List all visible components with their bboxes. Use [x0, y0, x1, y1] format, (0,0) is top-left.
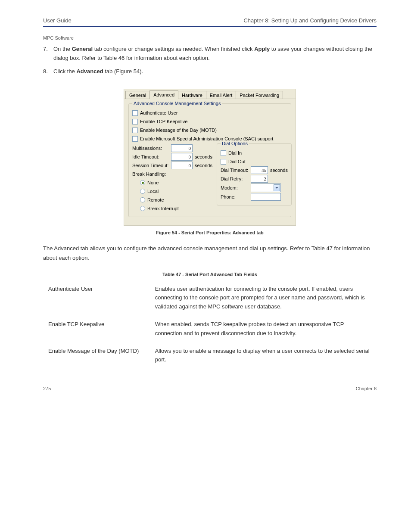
- dial-options-legend: Dial Options: [221, 141, 249, 146]
- dial-out-label: Dial Out: [228, 159, 246, 164]
- phone-row: Phone:: [221, 193, 288, 201]
- dial-in-checkbox[interactable]: [221, 150, 226, 156]
- motd-label: Enable Message of the Day (MOTD): [140, 128, 217, 133]
- step-8: 8. Click the Advanced tab (Figure 54).: [43, 67, 377, 76]
- header-right: Chapter 8: Setting Up and Configuring De…: [243, 17, 377, 24]
- group-legend: Advanced Console Management Settings: [132, 101, 222, 106]
- tabbar: General Advanced Hardware Email Alert Pa…: [124, 89, 296, 99]
- table-title: Table 47 - Serial Port Advanced Tab Fiel…: [43, 272, 377, 277]
- authenticate-user-checkbox[interactable]: [132, 110, 138, 116]
- dial-timeout-input[interactable]: [251, 166, 268, 174]
- idle-timeout-label: Idle Timeout:: [132, 154, 171, 159]
- dial-out-row: Dial Out: [221, 158, 288, 165]
- phone-label: Phone:: [221, 194, 251, 199]
- break-remote-row: Remote: [132, 196, 212, 204]
- sac-label: Enable Microsoft Special Administration …: [140, 136, 273, 141]
- table-row: Enable Message of the Day (MOTD) Allows …: [43, 342, 377, 369]
- dial-retry-label: Dial Retry:: [221, 176, 251, 181]
- step-7: 7. On the General tab configure or chang…: [43, 45, 377, 63]
- break-none-radio[interactable]: [140, 180, 145, 185]
- svg-marker-0: [275, 187, 278, 189]
- fields-table: Authenticate User Enables user authentic…: [43, 280, 377, 369]
- phone-input[interactable]: [251, 193, 281, 201]
- table-row: Authenticate User Enables user authentic…: [43, 280, 377, 316]
- chevron-down-icon: [274, 184, 280, 191]
- idle-timeout-row: Idle Timeout: seconds: [132, 153, 212, 161]
- break-local-radio[interactable]: [140, 189, 145, 194]
- page-number: 275: [43, 386, 51, 391]
- field-name: Enable Message of the Day (MOTD): [43, 342, 150, 369]
- tcp-keepalive-label: Enable TCP Keepalive: [140, 119, 187, 124]
- dial-timeout-label: Dial Timeout:: [221, 168, 251, 173]
- step-num: 7.: [43, 45, 53, 63]
- page-header: User Guide Chapter 8: Setting Up and Con…: [43, 17, 377, 27]
- field-name: Enable TCP Keepalive: [43, 316, 150, 342]
- field-desc: When enabled, sends TCP keepalive probes…: [150, 316, 377, 342]
- multisessions-row: Multisessions:: [132, 144, 212, 152]
- sac-row: Enable Microsoft Special Administration …: [132, 135, 287, 143]
- columns: Multisessions: Idle Timeout: seconds Ses…: [132, 143, 287, 213]
- header-left: User Guide: [43, 17, 72, 24]
- dial-in-label: Dial In: [228, 150, 242, 156]
- dial-timeout-row: Dial Timeout: seconds: [221, 166, 288, 174]
- multisessions-input[interactable]: [171, 144, 193, 152]
- session-timeout-label: Session Timeout:: [132, 163, 171, 168]
- field-name: Authenticate User: [43, 280, 150, 316]
- motd-checkbox[interactable]: [132, 128, 138, 133]
- dial-options-group: Dial Options Dial In Dial Out: [217, 143, 292, 205]
- table-47: Table 47 - Serial Port Advanced Tab Fiel…: [43, 272, 377, 369]
- break-interrupt-label: Break Interrupt: [147, 206, 179, 211]
- break-handling-label-row: Break Handling:: [132, 170, 212, 178]
- break-remote-label: Remote: [147, 197, 164, 202]
- tcp-keepalive-row: Enable TCP Keepalive: [132, 118, 287, 125]
- right-column: Dial Options Dial In Dial Out: [217, 143, 292, 213]
- break-interrupt-radio[interactable]: [140, 206, 145, 211]
- break-none-label: None: [147, 180, 159, 185]
- authenticate-user-row: Authenticate User: [132, 109, 287, 117]
- serial-port-properties-panel: General Advanced Hardware Email Alert Pa…: [124, 89, 296, 226]
- tab-advanced[interactable]: Advanced: [149, 90, 178, 99]
- step-text: Click the Advanced tab (Figure 54).: [53, 67, 377, 76]
- left-column: Multisessions: Idle Timeout: seconds Ses…: [132, 143, 212, 213]
- body-text: The Advanced tab allows you to configure…: [43, 244, 377, 263]
- motd-row: Enable Message of the Day (MOTD): [132, 126, 287, 134]
- seconds-unit: seconds: [270, 168, 288, 173]
- field-desc: Enables user authentication for connecti…: [150, 280, 377, 316]
- break-local-row: Local: [132, 187, 212, 195]
- session-timeout-input[interactable]: [171, 162, 193, 169]
- sac-checkbox[interactable]: [132, 136, 138, 142]
- multisessions-label: Multisessions:: [132, 146, 171, 151]
- tab-packet-forwarding[interactable]: Packet Forwarding: [236, 91, 283, 99]
- figure-54: General Advanced Hardware Email Alert Pa…: [43, 89, 377, 226]
- doc-title: MPC Software: [43, 35, 377, 40]
- dial-out-checkbox[interactable]: [221, 159, 226, 165]
- break-none-row: None: [132, 179, 212, 187]
- dial-retry-row: Dial Retry:: [221, 175, 288, 183]
- break-interrupt-row: Break Interrupt: [132, 205, 212, 212]
- tcp-keepalive-checkbox[interactable]: [132, 119, 138, 124]
- page: User Guide Chapter 8: Setting Up and Con…: [0, 0, 411, 408]
- tab-general[interactable]: General: [125, 91, 150, 99]
- figure-caption: Figure 54 - Serial Port Properties: Adva…: [43, 230, 377, 235]
- advanced-settings-group: Advanced Console Management Settings Aut…: [128, 103, 291, 217]
- modem-combo[interactable]: [251, 184, 281, 192]
- break-local-label: Local: [147, 189, 159, 194]
- tab-hardware[interactable]: Hardware: [178, 91, 206, 99]
- seconds-unit: seconds: [195, 163, 212, 168]
- break-remote-radio[interactable]: [140, 197, 145, 202]
- step-text: On the General tab configure or change s…: [53, 45, 377, 63]
- tab-body: Advanced Console Management Settings Aut…: [124, 99, 296, 225]
- dial-retry-input[interactable]: [251, 175, 268, 183]
- modem-label: Modem:: [221, 185, 251, 190]
- footer-chapter: Chapter 8: [356, 386, 377, 391]
- dial-in-row: Dial In: [221, 149, 288, 157]
- authenticate-user-label: Authenticate User: [140, 110, 177, 115]
- page-footer: 275 Chapter 8: [43, 386, 377, 391]
- modem-row: Modem:: [221, 184, 288, 192]
- break-handling-label: Break Handling:: [132, 171, 166, 177]
- table-row: Enable TCP Keepalive When enabled, sends…: [43, 316, 377, 342]
- tab-email-alert[interactable]: Email Alert: [206, 91, 237, 99]
- session-timeout-row: Session Timeout: seconds: [132, 162, 212, 169]
- idle-timeout-input[interactable]: [171, 153, 193, 161]
- field-desc: Allows you to enable a message to displa…: [150, 342, 377, 369]
